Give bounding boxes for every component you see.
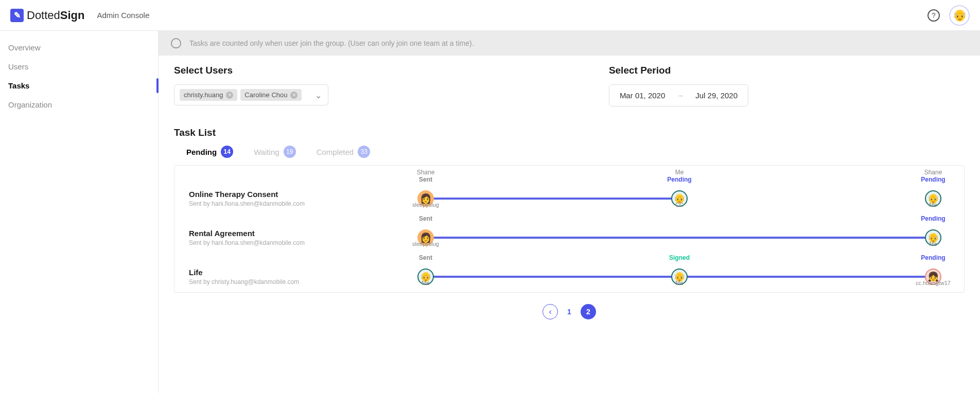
users-select[interactable]: christy.huang×Caroline Chou×⌄: [174, 84, 328, 105]
select-users-block: Select Users christy.huang×Caroline Chou…: [174, 65, 328, 106]
node-name: sleepyslug: [395, 241, 457, 247]
chip-remove-icon[interactable]: ×: [290, 92, 297, 99]
select-period-block: Select Period Mar 01, 2020 → Jul 29, 202…: [609, 65, 748, 106]
main-content: Tasks are counted only when user join th…: [159, 31, 980, 393]
chip-label: christy.huang: [184, 91, 223, 99]
help-icon[interactable]: ?: [927, 9, 940, 22]
task-subtitle: Sent by christy.huang@kdanmobile.com: [189, 278, 426, 285]
timeline-node: Pending👴Me: [915, 190, 951, 207]
task-timeline: Sent👩sleepyslugPending👴Me: [426, 218, 933, 257]
tab-label: Pending: [186, 148, 217, 156]
sidebar-item-overview[interactable]: Overview: [0, 38, 158, 57]
task-timeline: Sent👩sleepyslugPending👴CCPending👴Me: [426, 179, 933, 218]
node-status: Sent: [408, 176, 444, 183]
period-start: Mar 01, 2020: [620, 91, 665, 100]
tab-badge: 14: [221, 146, 233, 158]
timeline-top-label: Shane: [924, 169, 942, 176]
page-prev-button[interactable]: ‹: [542, 304, 558, 319]
admin-console-label: Admin Console: [97, 11, 150, 20]
tab-completed[interactable]: Completed33: [317, 146, 371, 158]
task-list[interactable]: ShaneMeShaneOnline Therapy ConsentSent b…: [174, 165, 965, 293]
tab-badge: 19: [284, 146, 296, 158]
sidebar-item-tasks[interactable]: Tasks: [0, 76, 158, 95]
user-chip: christy.huang×: [180, 89, 237, 101]
task-title: Rental Agreement: [189, 229, 426, 238]
timeline-node: Sent👩sleepyslug: [408, 229, 444, 246]
timeline-line: [426, 198, 679, 200]
node-status: Pending: [915, 176, 951, 183]
tab-label: Waiting: [254, 148, 279, 156]
logo-text: DottedSign: [27, 9, 85, 22]
node-name: Me: [902, 202, 964, 208]
timeline-top-label: Shane: [417, 169, 435, 176]
period-end: Jul 29, 2020: [695, 91, 738, 100]
select-users-heading: Select Users: [174, 65, 328, 76]
node-name: CC: [649, 202, 710, 208]
tab-pending[interactable]: Pending14: [186, 146, 233, 158]
tab-badge: 33: [358, 146, 370, 158]
node-name: sleepyslug: [395, 202, 457, 208]
timeline-node: Sent👩sleepyslug: [408, 190, 444, 207]
task-row[interactable]: LifeSent by christy.huang@kdanmobile.com…: [189, 257, 954, 293]
timeline-top-label: Me: [675, 169, 684, 176]
info-bar: Tasks are counted only when user join th…: [159, 31, 980, 56]
task-row[interactable]: Rental AgreementSent by hani.fiona.shen@…: [189, 218, 954, 257]
node-status: Pending: [915, 254, 951, 261]
timeline-node: Pending👧cc.huangtw17: [915, 269, 951, 285]
pagination: ‹12: [159, 293, 980, 331]
chip-label: Caroline Chou: [244, 91, 287, 99]
task-list-heading: Task List: [159, 106, 980, 146]
node-name: cc.huangtw17: [902, 280, 964, 286]
node-status: Pending: [661, 176, 697, 183]
node-name: Me: [395, 280, 457, 286]
node-status: Sent: [408, 215, 444, 222]
info-text: Tasks are counted only when user join th…: [189, 39, 474, 47]
period-select[interactable]: Mar 01, 2020 → Jul 29, 2020: [609, 84, 748, 106]
app-header: ✎ DottedSign Admin Console ? 👴: [0, 0, 980, 31]
task-title: Online Therapy Consent: [189, 190, 426, 199]
user-chip: Caroline Chou×: [240, 89, 302, 101]
chevron-down-icon[interactable]: ⌄: [315, 90, 322, 100]
node-status: Pending: [915, 215, 951, 222]
bulb-icon: [171, 38, 181, 48]
node-name: Me: [649, 280, 710, 286]
timeline-node: Pending👴Me: [915, 229, 951, 246]
user-avatar[interactable]: 👴: [949, 5, 970, 26]
page-number[interactable]: 2: [581, 304, 596, 319]
sidebar-item-organization[interactable]: Organization: [0, 95, 158, 114]
task-subtitle: Sent by hani.fiona.shen@kdanmobile.com: [189, 239, 426, 246]
task-title: Life: [189, 268, 426, 277]
timeline-node: Signed👴Me: [661, 269, 697, 285]
logo-icon: ✎: [10, 9, 24, 22]
chip-remove-icon[interactable]: ×: [226, 92, 233, 99]
timeline-node: Sent👴Me: [408, 269, 444, 285]
sidebar-item-users[interactable]: Users: [0, 57, 158, 76]
task-subtitle: Sent by hani.fiona.shen@kdanmobile.com: [189, 200, 426, 207]
timeline-node: Pending👴CC: [661, 190, 697, 207]
logo[interactable]: ✎ DottedSign: [10, 9, 85, 22]
sidebar: OverviewUsersTasksOrganization: [0, 31, 159, 393]
tab-label: Completed: [317, 148, 354, 156]
node-status: Signed: [661, 254, 697, 261]
select-period-heading: Select Period: [609, 65, 748, 76]
node-name: Me: [902, 241, 964, 247]
timeline-line: [426, 237, 933, 239]
page-number[interactable]: 1: [567, 308, 571, 316]
logo-thin: Dotted: [27, 9, 60, 22]
node-status: Sent: [408, 254, 444, 261]
tab-waiting[interactable]: Waiting19: [254, 146, 295, 158]
task-row[interactable]: Online Therapy ConsentSent by hani.fiona…: [189, 179, 954, 218]
task-tabs: Pending14Waiting19Completed33: [159, 146, 980, 165]
arrow-right-icon: →: [676, 91, 684, 100]
task-timeline: Sent👴MeSigned👴MePending👧cc.huangtw17: [426, 257, 933, 293]
logo-bold: Sign: [60, 9, 85, 22]
